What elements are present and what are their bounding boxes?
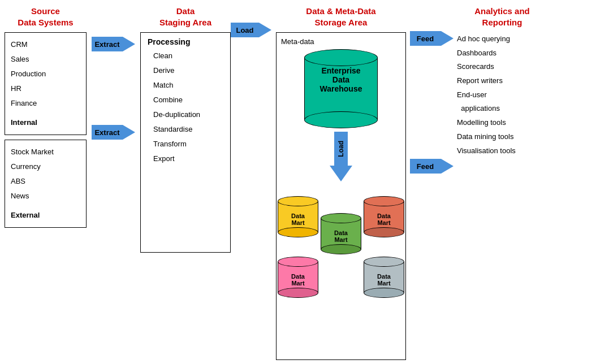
storage-column: Data & Meta-DataStorage Area Meta-data E… bbox=[276, 6, 406, 360]
dm-yellow-text: DataMart bbox=[279, 213, 317, 226]
analytics-adhoc: Ad hoc querying bbox=[457, 32, 547, 46]
dm-purple: DataMart bbox=[364, 257, 404, 298]
dm-yellow: DataMart bbox=[278, 196, 318, 254]
staging-export: Export bbox=[148, 151, 223, 166]
extract-arrowhead-1 bbox=[123, 37, 135, 51]
diagram-container: SourceData Systems CRM Sales Production … bbox=[0, 0, 609, 364]
staging-clean: Clean bbox=[148, 49, 223, 63]
edw-cylinder: EnterpriseDataWarehouse bbox=[304, 49, 378, 128]
datamarts-grid: DataMart DataMart DataMart bbox=[281, 185, 401, 298]
staging-standardise: Standardise bbox=[148, 122, 223, 137]
dm-orange-text: DataMart bbox=[365, 213, 403, 226]
source-production: Production bbox=[11, 67, 80, 81]
source-news: News bbox=[11, 189, 80, 203]
dm-yellow-top bbox=[278, 196, 318, 206]
dm-orange-top bbox=[364, 196, 404, 206]
vert-arrowhead bbox=[330, 166, 352, 181]
analytics-header: Analytics andReporting bbox=[457, 6, 547, 28]
staging-combine: Combine bbox=[148, 93, 223, 107]
dm-pink-bottom bbox=[278, 288, 318, 298]
source-column: SourceData Systems CRM Sales Production … bbox=[5, 6, 87, 230]
vert-shaft: Load bbox=[334, 132, 348, 166]
extract-arrow-1: Extract bbox=[92, 37, 135, 51]
dm-purple-bottom bbox=[364, 288, 404, 298]
source-currency: Currency bbox=[11, 159, 80, 174]
processing-label: Processing bbox=[148, 37, 223, 46]
dm-green-bottom bbox=[321, 244, 361, 254]
dm-orange: DataMart bbox=[364, 196, 404, 254]
staging-transform: Transform bbox=[148, 137, 223, 151]
staging-header: DataStaging Area bbox=[140, 6, 231, 28]
source-header: SourceData Systems bbox=[5, 6, 87, 28]
feed-arrowhead-2 bbox=[441, 159, 453, 174]
extract-arrows-col: Extract Extract bbox=[87, 6, 140, 140]
load-arrow-col: Load bbox=[231, 6, 276, 37]
staging-derive: Derive bbox=[148, 63, 223, 78]
load-label: Load bbox=[236, 26, 253, 34]
edw-bottom bbox=[304, 111, 378, 128]
analytics-modelling: Modelling tools bbox=[457, 116, 547, 130]
edw-top bbox=[304, 49, 378, 66]
extract-label-2: Extract bbox=[94, 128, 119, 137]
analytics-report-writers: Report writers bbox=[457, 74, 547, 88]
analytics-enduser: End-user applications bbox=[457, 88, 547, 116]
internal-label: Internal bbox=[11, 115, 80, 130]
analytics-visualisation: Visualisation tools bbox=[457, 144, 547, 158]
dm-green-text: DataMart bbox=[322, 229, 360, 243]
dm-purple-text: DataMart bbox=[365, 273, 403, 287]
dm-pink: DataMart bbox=[278, 257, 318, 298]
load-arrow: Load bbox=[231, 23, 271, 37]
source-sales: Sales bbox=[11, 52, 80, 67]
analytics-column: Analytics andReporting Ad hoc querying D… bbox=[457, 6, 547, 158]
load-arrowhead bbox=[259, 23, 271, 37]
extract-label-1: Extract bbox=[94, 40, 119, 49]
source-finance: Finance bbox=[11, 96, 80, 111]
edw-body: EnterpriseDataWarehouse bbox=[304, 58, 378, 120]
feed-arrow-2: Feed bbox=[410, 159, 453, 174]
source-crm: CRM bbox=[11, 37, 80, 52]
storage-header: Data & Meta-DataStorage Area bbox=[276, 6, 406, 28]
analytics-scorecards: Scorecards bbox=[457, 60, 547, 74]
external-label: External bbox=[11, 208, 80, 223]
feed-label-2: Feed bbox=[417, 162, 434, 171]
vertical-load-arrow: Load bbox=[330, 132, 352, 181]
feed-label-1: Feed bbox=[417, 34, 434, 43]
staging-column: DataStaging Area Processing Clean Derive… bbox=[140, 6, 231, 253]
source-hr: HR bbox=[11, 81, 80, 96]
dm-yellow-bottom bbox=[278, 227, 318, 237]
feed-arrow-1: Feed bbox=[410, 31, 453, 46]
vert-load-label: Load bbox=[337, 141, 345, 157]
staging-box: Processing Clean Derive Match Combine De… bbox=[140, 32, 231, 253]
feed-arrows-col: Feed Feed bbox=[406, 6, 457, 241]
vertical-load-arrow-container: Load bbox=[281, 132, 401, 181]
dm-pink-text: DataMart bbox=[279, 273, 317, 287]
dm-pink-top bbox=[278, 257, 318, 267]
extract-arrowhead-2 bbox=[123, 125, 135, 140]
internal-sources-box: CRM Sales Production HR Finance Internal bbox=[5, 32, 87, 135]
edw-text: EnterpriseDataWarehouse bbox=[307, 66, 375, 93]
extract-arrow-2: Extract bbox=[92, 125, 135, 140]
source-stockmarket: Stock Market bbox=[11, 145, 80, 159]
storage-box: Meta-data EnterpriseDataWarehouse Load bbox=[276, 32, 406, 360]
dm-purple-top bbox=[364, 257, 404, 267]
analytics-datamining: Data mining tools bbox=[457, 130, 547, 144]
external-sources-box: Stock Market Currency ABS News External bbox=[5, 140, 87, 228]
staging-dedup: De-duplication bbox=[148, 107, 223, 122]
dm-green-top bbox=[321, 213, 361, 223]
source-abs: ABS bbox=[11, 174, 80, 189]
staging-match: Match bbox=[148, 78, 223, 93]
dm-green: DataMart bbox=[321, 213, 361, 254]
analytics-dashboards: Dashboards bbox=[457, 46, 547, 60]
meta-data-label: Meta-data bbox=[281, 37, 401, 46]
feed-arrowhead-1 bbox=[441, 31, 453, 46]
analytics-items: Ad hoc querying Dashboards Scorecards Re… bbox=[457, 32, 547, 158]
dm-orange-bottom bbox=[364, 227, 404, 237]
